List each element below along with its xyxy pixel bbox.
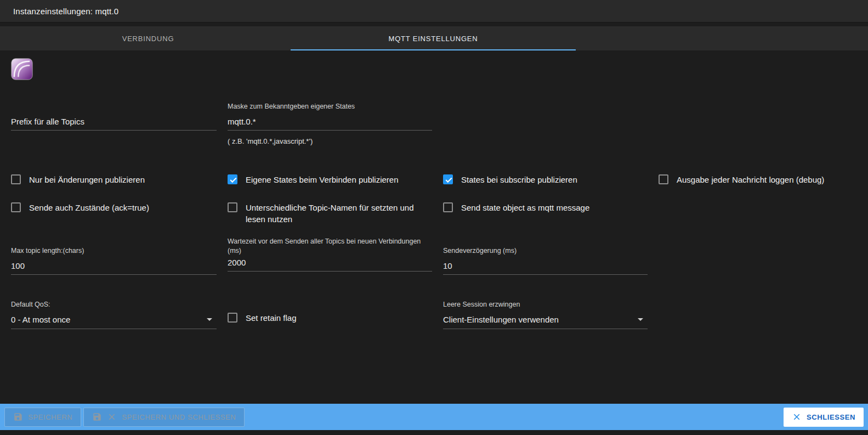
checkbox-box[interactable] xyxy=(228,174,237,184)
checkbox-label: Set retain flag xyxy=(246,312,297,324)
send-wait-field: Wartezeit vor dem Senden aller Topics be… xyxy=(228,237,432,275)
default-qos-field: Default QoS: 0 - At most once xyxy=(11,300,217,329)
save-and-close-button[interactable]: SPEICHERN UND SCHLIESSEN xyxy=(83,408,245,427)
checkbox-debug-log[interactable]: Ausgabe jeder Nachricht loggen (debug) xyxy=(659,174,864,185)
checkbox-set-retain[interactable]: Set retain flag xyxy=(228,312,432,329)
checkbox-box[interactable] xyxy=(443,202,453,212)
clean-session-value: Client-Einstellungen verwenden xyxy=(443,315,559,324)
checkbox-publish-own-on-connect[interactable]: Eigene States beim Verbinden publizieren xyxy=(228,174,432,185)
settings-content: Maske zum Bekanntgeben eigener States ( … xyxy=(0,50,868,404)
save-button-label: SPEICHERN xyxy=(28,413,72,421)
mask-field: Maske zum Bekanntgeben eigener States ( … xyxy=(228,102,432,145)
checkbox-box[interactable] xyxy=(11,174,21,184)
dialog-title-bar: Instanzeinstellungen: mqtt.0 xyxy=(0,0,868,22)
checkbox-publish-on-change[interactable]: Nur bei Änderungen publizieren xyxy=(11,174,217,185)
send-wait-input[interactable] xyxy=(228,256,432,272)
tab-bar: VERBINDUNG MQTT EINSTELLUNGEN xyxy=(0,26,868,50)
max-topic-length-label: Max topic length:(chars) xyxy=(11,237,217,256)
checkbox-box[interactable] xyxy=(659,174,668,184)
save-button[interactable]: SPEICHERN xyxy=(4,408,81,427)
checkbox-box[interactable] xyxy=(228,313,237,323)
prefix-field xyxy=(11,102,217,145)
default-qos-value: 0 - At most once xyxy=(11,315,70,324)
send-delay-label: Sendeverzögerung (ms) xyxy=(443,237,648,256)
max-topic-length-input[interactable] xyxy=(11,256,217,275)
checkbox-label: Nur bei Änderungen publizieren xyxy=(29,174,145,185)
checkbox-send-ack[interactable]: Sende auch Zustände (ack=true) xyxy=(11,202,217,225)
save-icon xyxy=(92,412,102,422)
mask-input[interactable] xyxy=(228,111,432,131)
close-button-label: SCHLIESSEN xyxy=(807,413,855,421)
max-topic-length-field: Max topic length:(chars) xyxy=(11,237,217,275)
mask-label: Maske zum Bekanntgeben eigener States xyxy=(228,102,432,111)
checkbox-send-state-object[interactable]: Send state object as mqtt message xyxy=(443,202,648,225)
checkbox-box[interactable] xyxy=(228,202,237,212)
checkbox-label: Sende auch Zustände (ack=true) xyxy=(29,202,149,213)
close-button[interactable]: SCHLIESSEN xyxy=(784,408,864,427)
checkbox-label: Unterschiedliche Topic-Namen für setzten… xyxy=(246,202,432,225)
chevron-down-icon xyxy=(207,318,212,321)
default-qos-label: Default QoS: xyxy=(11,300,217,309)
checkbox-box[interactable] xyxy=(11,202,21,212)
prefix-label xyxy=(11,102,217,111)
send-wait-label: Wartezeit vor dem Senden aller Topics be… xyxy=(228,237,432,256)
send-delay-field: Sendeverzögerung (ms) xyxy=(443,237,648,275)
close-icon xyxy=(792,412,802,422)
mask-hint: ( z.B. 'mqtt.0.*,javascript.*') xyxy=(228,137,432,145)
tab-verbindung[interactable]: VERBINDUNG xyxy=(5,26,291,50)
checkbox-label: Send state object as mqtt message xyxy=(461,202,589,213)
checkbox-box[interactable] xyxy=(443,174,453,184)
default-qos-select[interactable]: 0 - At most once xyxy=(11,309,217,329)
checkbox-label: Eigene States beim Verbinden publizieren xyxy=(246,174,399,185)
close-icon xyxy=(107,412,117,422)
tab-mqtt-einstellungen[interactable]: MQTT EINSTELLUNGEN xyxy=(291,26,576,50)
clean-session-label: Leere Session erzwingen xyxy=(443,300,648,309)
footer-left-buttons: SPEICHERN SPEICHERN UND SCHLIESSEN xyxy=(4,408,245,427)
checkbox-different-topic-names[interactable]: Unterschiedliche Topic-Namen für setzten… xyxy=(228,202,432,225)
clean-session-select[interactable]: Client-Einstellungen verwenden xyxy=(443,309,648,329)
save-and-close-button-label: SPEICHERN UND SCHLIESSEN xyxy=(122,413,236,421)
clean-session-field: Leere Session erzwingen Client-Einstellu… xyxy=(443,300,648,329)
checkbox-label: States bei subscribe publizieren xyxy=(461,174,577,185)
save-icon xyxy=(13,412,23,422)
prefix-input[interactable] xyxy=(11,111,217,131)
dialog-title: Instanzeinstellungen: mqtt.0 xyxy=(13,7,118,16)
mqtt-adapter-icon xyxy=(11,58,33,80)
chevron-down-icon xyxy=(638,318,643,321)
checkbox-publish-on-subscribe[interactable]: States bei subscribe publizieren xyxy=(443,174,648,185)
checkbox-label: Ausgabe jeder Nachricht loggen (debug) xyxy=(677,174,824,185)
send-delay-input[interactable] xyxy=(443,256,648,275)
instance-settings-dialog: Instanzeinstellungen: mqtt.0 VERBINDUNG … xyxy=(0,0,868,435)
footer-wrapper: SPEICHERN SPEICHERN UND SCHLIESSEN SCHLI… xyxy=(0,404,868,435)
footer-bar: SPEICHERN SPEICHERN UND SCHLIESSEN SCHLI… xyxy=(0,404,868,430)
